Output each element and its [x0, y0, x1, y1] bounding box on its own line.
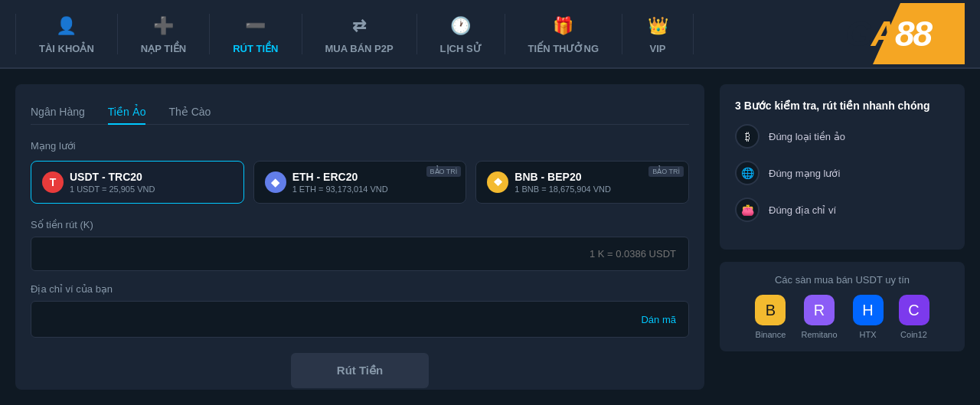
submit-area: Rút Tiền: [31, 353, 689, 388]
info-step-3: 👛 Đúng địa chỉ ví: [735, 198, 949, 222]
usdt-trc20-name: USDT - TRC20: [70, 171, 155, 183]
exchange-htx[interactable]: H HTX: [853, 295, 884, 339]
binance-label: Binance: [756, 330, 786, 339]
tabs: Ngân Hàng Tiền Ảo Thẻ Cào: [31, 100, 689, 125]
coin12-label: Coin12: [900, 330, 927, 339]
amount-input[interactable]: [44, 248, 676, 260]
info-box: 3 Bước kiểm tra, rút tiền nhanh chóng ₿ …: [720, 84, 965, 250]
step-icon-1: ₿: [735, 124, 760, 149]
usdt-trc20-rate: 1 USDT = 25,905 VND: [70, 185, 155, 194]
remitano-icon: R: [804, 295, 835, 325]
address-section: Địa chỉ ví của bạn Dán mã: [31, 283, 689, 338]
nav-label-lich-su: LỊCH SỬ: [440, 43, 482, 54]
trc20-icon: T: [42, 171, 64, 193]
nav-item-mua-ban-p2p[interactable]: ⇄ MUA BÁN P2P: [302, 14, 417, 54]
eth-icon: ◆: [265, 171, 286, 193]
network-label: Mạng lưới: [31, 140, 689, 152]
nav-item-rut-tien[interactable]: ➖ RÚT TIỀN: [210, 14, 302, 54]
nav-item-vip[interactable]: 👑 VIP: [622, 14, 694, 54]
step-icon-2: 🌐: [735, 161, 760, 185]
exchanges-title: Các sàn mua bán USDT uy tín: [732, 274, 952, 286]
amount-label: Số tiền rút (K): [31, 219, 689, 230]
coin12-icon: C: [899, 295, 929, 325]
eth-erc20-name: ETH - ERC20: [292, 171, 388, 183]
main-content: Ngân Hàng Tiền Ảo Thẻ Cào Mạng lưới T US…: [0, 69, 980, 405]
step-icon-3: 👛: [735, 198, 760, 222]
top-navigation: 👤 TÀI KHOẢN ➕ NẠP TIỀN ➖ RÚT TIỀN ⇄ MUA …: [0, 0, 980, 69]
network-card-eth-erc20[interactable]: ◆ ETH - ERC20 1 ETH = 93,173,014 VND BẢO…: [253, 161, 467, 204]
exchange-binance[interactable]: B Binance: [755, 295, 786, 339]
deposit-icon: ➕: [152, 14, 176, 38]
vip-icon: 👑: [645, 14, 670, 38]
tab-the-cao[interactable]: Thẻ Cào: [168, 100, 211, 124]
network-card-bnb-bep20[interactable]: ❖ BNB - BEP20 1 BNB = 18,675,904 VND BẢO…: [475, 161, 689, 204]
right-panel: 3 Bước kiểm tra, rút tiền nhanh chóng ₿ …: [720, 84, 965, 390]
logo-ga: GA: [845, 13, 895, 54]
nav-label-tien-thuong: TIẾN THƯỞNG: [528, 43, 599, 54]
nav-items: 👤 TÀI KHOẢN ➕ NẠP TIỀN ➖ RÚT TIỀN ⇄ MUA …: [15, 14, 812, 54]
nav-item-lich-su[interactable]: 🕐 LỊCH SỬ: [417, 14, 505, 54]
exchange-remitano[interactable]: R Remitano: [801, 295, 837, 339]
bnb-maintenance-badge: BẢO TRÌ: [648, 166, 684, 177]
p2p-icon: ⇄: [347, 14, 371, 38]
nav-label-mua-ban: MUA BÁN P2P: [325, 43, 394, 54]
nav-item-nap-tien[interactable]: ➕ NẠP TIỀN: [118, 14, 210, 54]
network-card-usdt-trc20[interactable]: T USDT - TRC20 1 USDT = 25,905 VND: [31, 161, 244, 204]
submit-button[interactable]: Rút Tiền: [291, 353, 429, 388]
logo-area: GA 88: [812, 3, 965, 64]
bnb-bep20-rate: 1 BNB = 18,675,904 VND: [514, 185, 611, 194]
step-text-2: Đúng mạng lưới: [769, 168, 840, 179]
nav-item-tai-khoan[interactable]: 👤 TÀI KHOẢN: [15, 14, 118, 54]
nav-label-nap-tien: NẠP TIỀN: [141, 43, 186, 54]
remitano-label: Remitano: [801, 330, 837, 339]
history-icon: 🕐: [449, 14, 473, 38]
eth-maintenance-badge: BẢO TRÌ: [426, 166, 462, 177]
exchange-icons: B Binance R Remitano H HTX C Coin12: [732, 295, 952, 339]
network-options: T USDT - TRC20 1 USDT = 25,905 VND ◆ ETH…: [31, 161, 689, 204]
eth-erc20-rate: 1 ETH = 93,173,014 VND: [292, 185, 388, 194]
tab-ngan-hang[interactable]: Ngân Hàng: [31, 100, 85, 124]
nav-label-rut-tien: RÚT TIỀN: [233, 43, 278, 54]
withdraw-icon: ➖: [243, 14, 268, 38]
address-input-wrapper: Dán mã: [31, 301, 689, 338]
nav-label-vip: VIP: [650, 43, 666, 54]
info-step-1: ₿ Đúng loại tiền ảo: [735, 124, 949, 149]
paste-link[interactable]: Dán mã: [641, 314, 676, 325]
bonus-icon: 🎁: [551, 14, 576, 38]
htx-icon: H: [853, 295, 884, 325]
binance-icon: B: [755, 295, 786, 325]
account-icon: 👤: [54, 14, 79, 38]
step-text-1: Đúng loại tiền ảo: [769, 131, 845, 142]
amount-input-display[interactable]: [31, 237, 689, 271]
step-text-3: Đúng địa chỉ ví: [769, 204, 836, 216]
logo-88: 88: [895, 13, 931, 54]
amount-section: Số tiền rút (K): [31, 219, 689, 271]
tab-tien-ao[interactable]: Tiền Ảo: [108, 100, 146, 124]
bnb-bep20-name: BNB - BEP20: [514, 171, 611, 183]
htx-label: HTX: [860, 330, 877, 339]
left-panel: Ngân Hàng Tiền Ảo Thẻ Cào Mạng lưới T US…: [15, 84, 704, 390]
info-title: 3 Bước kiểm tra, rút tiền nhanh chóng: [735, 100, 949, 112]
exchange-coin12[interactable]: C Coin12: [899, 295, 929, 339]
logo-text-container: GA 88: [812, 3, 965, 64]
exchanges-box: Các sàn mua bán USDT uy tín B Binance R …: [720, 262, 965, 351]
info-step-2: 🌐 Đúng mạng lưới: [735, 161, 949, 185]
nav-label-tai-khoan: TÀI KHOẢN: [39, 43, 94, 54]
address-label: Địa chỉ ví của bạn: [31, 283, 689, 295]
nav-item-tien-thuong[interactable]: 🎁 TIẾN THƯỞNG: [505, 14, 622, 54]
bnb-icon: ❖: [487, 171, 508, 193]
address-input[interactable]: [44, 314, 641, 325]
